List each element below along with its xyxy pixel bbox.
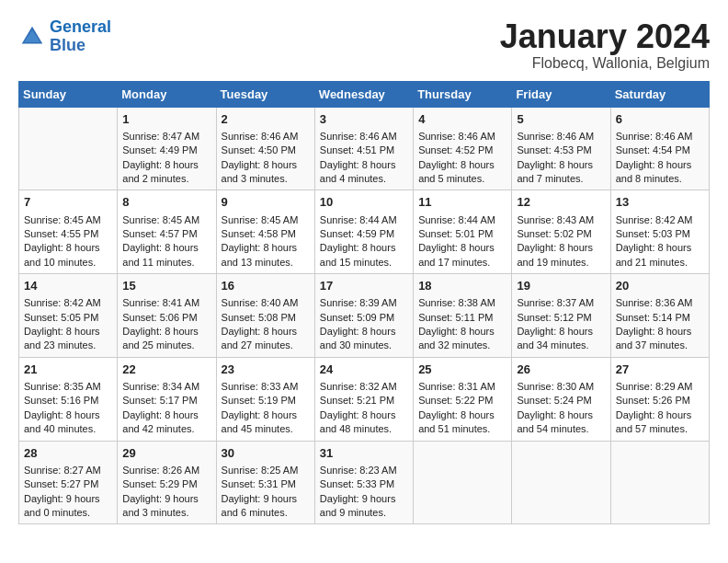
sunrise-text: Sunrise: 8:45 AM bbox=[222, 213, 310, 227]
calendar-cell: 10Sunrise: 8:44 AMSunset: 4:59 PMDayligh… bbox=[314, 190, 413, 274]
sunset-text: Sunset: 4:51 PM bbox=[320, 144, 408, 157]
logo: General Blue bbox=[18, 18, 111, 55]
sunrise-text: Sunrise: 8:35 AM bbox=[24, 380, 112, 394]
sunrise-text: Sunrise: 8:37 AM bbox=[517, 296, 605, 310]
sunrise-text: Sunrise: 8:42 AM bbox=[616, 213, 704, 227]
calendar-cell: 16Sunrise: 8:40 AMSunset: 5:08 PMDayligh… bbox=[216, 274, 314, 358]
sunrise-text: Sunrise: 8:27 AM bbox=[24, 464, 112, 477]
sunset-text: Sunset: 4:53 PM bbox=[517, 144, 605, 157]
sunrise-text: Sunrise: 8:26 AM bbox=[122, 464, 210, 477]
daylight-text: Daylight: 8 hours and 54 minutes. bbox=[517, 408, 605, 437]
day-number: 21 bbox=[24, 362, 112, 378]
sunrise-text: Sunrise: 8:23 AM bbox=[320, 464, 408, 477]
calendar-cell: 18Sunrise: 8:38 AMSunset: 5:11 PMDayligh… bbox=[414, 274, 512, 358]
sunset-text: Sunset: 4:57 PM bbox=[122, 227, 210, 241]
daylight-text: Daylight: 8 hours and 45 minutes. bbox=[222, 408, 310, 437]
sunset-text: Sunset: 5:29 PM bbox=[122, 477, 210, 491]
header-cell-tuesday: Tuesday bbox=[216, 81, 314, 107]
day-number: 20 bbox=[616, 278, 704, 294]
day-number: 29 bbox=[122, 445, 210, 462]
calendar-table: SundayMondayTuesdayWednesdayThursdayFrid… bbox=[18, 81, 710, 525]
day-number: 25 bbox=[418, 362, 506, 378]
calendar-cell: 23Sunrise: 8:33 AMSunset: 5:19 PMDayligh… bbox=[216, 357, 314, 441]
logo-blue: Blue bbox=[50, 36, 85, 54]
day-number: 18 bbox=[418, 278, 506, 294]
calendar-cell: 14Sunrise: 8:42 AMSunset: 5:05 PMDayligh… bbox=[19, 274, 118, 358]
daylight-text: Daylight: 8 hours and 21 minutes. bbox=[616, 241, 704, 270]
sunset-text: Sunset: 5:31 PM bbox=[222, 477, 310, 491]
daylight-text: Daylight: 9 hours and 6 minutes. bbox=[222, 492, 310, 521]
sunset-text: Sunset: 5:22 PM bbox=[418, 394, 506, 408]
day-number: 13 bbox=[616, 194, 704, 211]
day-number: 19 bbox=[517, 278, 605, 294]
day-number: 10 bbox=[320, 194, 408, 211]
calendar-cell: 25Sunrise: 8:31 AMSunset: 5:22 PMDayligh… bbox=[414, 357, 512, 441]
daylight-text: Daylight: 8 hours and 3 minutes. bbox=[222, 158, 310, 187]
daylight-text: Daylight: 8 hours and 37 minutes. bbox=[616, 325, 704, 353]
calendar-cell: 19Sunrise: 8:37 AMSunset: 5:12 PMDayligh… bbox=[512, 274, 610, 358]
calendar-cell: 7Sunrise: 8:45 AMSunset: 4:55 PMDaylight… bbox=[19, 190, 118, 274]
sunset-text: Sunset: 4:58 PM bbox=[222, 227, 310, 241]
sunrise-text: Sunrise: 8:39 AM bbox=[320, 296, 408, 310]
day-number: 30 bbox=[222, 445, 310, 462]
daylight-text: Daylight: 8 hours and 32 minutes. bbox=[418, 325, 506, 353]
sunrise-text: Sunrise: 8:43 AM bbox=[517, 213, 605, 227]
calendar-cell: 21Sunrise: 8:35 AMSunset: 5:16 PMDayligh… bbox=[19, 357, 118, 441]
calendar-row: 7Sunrise: 8:45 AMSunset: 4:55 PMDaylight… bbox=[19, 190, 710, 274]
sunset-text: Sunset: 4:49 PM bbox=[122, 144, 210, 157]
sunset-text: Sunset: 5:01 PM bbox=[418, 227, 506, 241]
sunset-text: Sunset: 5:19 PM bbox=[222, 394, 310, 408]
day-number: 9 bbox=[222, 194, 310, 211]
daylight-text: Daylight: 9 hours and 3 minutes. bbox=[122, 492, 210, 521]
calendar-cell: 6Sunrise: 8:46 AMSunset: 4:54 PMDaylight… bbox=[610, 107, 709, 190]
day-number: 17 bbox=[320, 278, 408, 294]
header-cell-saturday: Saturday bbox=[610, 81, 709, 107]
daylight-text: Daylight: 8 hours and 15 minutes. bbox=[320, 241, 408, 270]
day-number: 31 bbox=[320, 445, 408, 462]
calendar-cell bbox=[19, 107, 118, 190]
sunrise-text: Sunrise: 8:46 AM bbox=[222, 130, 310, 144]
sunset-text: Sunset: 4:54 PM bbox=[616, 144, 704, 157]
day-number: 12 bbox=[517, 194, 605, 211]
calendar-row: 28Sunrise: 8:27 AMSunset: 5:27 PMDayligh… bbox=[19, 441, 710, 524]
sunrise-text: Sunrise: 8:34 AM bbox=[122, 380, 210, 394]
calendar-cell bbox=[512, 441, 610, 524]
calendar-body: 1Sunrise: 8:47 AMSunset: 4:49 PMDaylight… bbox=[19, 107, 710, 524]
sunset-text: Sunset: 4:55 PM bbox=[24, 227, 112, 241]
sunrise-text: Sunrise: 8:25 AM bbox=[222, 464, 310, 477]
day-number: 8 bbox=[122, 194, 210, 211]
sunset-text: Sunset: 5:27 PM bbox=[24, 477, 112, 491]
header-cell-thursday: Thursday bbox=[414, 81, 512, 107]
calendar-cell: 22Sunrise: 8:34 AMSunset: 5:17 PMDayligh… bbox=[118, 357, 216, 441]
header-cell-monday: Monday bbox=[118, 81, 216, 107]
calendar-row: 1Sunrise: 8:47 AMSunset: 4:49 PMDaylight… bbox=[19, 107, 710, 190]
daylight-text: Daylight: 8 hours and 11 minutes. bbox=[122, 241, 210, 270]
calendar-row: 21Sunrise: 8:35 AMSunset: 5:16 PMDayligh… bbox=[19, 357, 710, 441]
daylight-text: Daylight: 9 hours and 9 minutes. bbox=[320, 492, 408, 521]
sunrise-text: Sunrise: 8:29 AM bbox=[616, 380, 704, 394]
calendar-cell: 29Sunrise: 8:26 AMSunset: 5:29 PMDayligh… bbox=[118, 441, 216, 524]
page-header: General Blue January 2024 Flobecq, Wallo… bbox=[18, 18, 710, 72]
calendar-cell: 3Sunrise: 8:46 AMSunset: 4:51 PMDaylight… bbox=[314, 107, 413, 190]
daylight-text: Daylight: 8 hours and 23 minutes. bbox=[24, 325, 112, 353]
sunrise-text: Sunrise: 8:32 AM bbox=[320, 380, 408, 394]
sunrise-text: Sunrise: 8:33 AM bbox=[222, 380, 310, 394]
header-cell-friday: Friday bbox=[512, 81, 610, 107]
daylight-text: Daylight: 8 hours and 4 minutes. bbox=[320, 158, 408, 187]
sunset-text: Sunset: 5:03 PM bbox=[616, 227, 704, 241]
daylight-text: Daylight: 8 hours and 25 minutes. bbox=[122, 325, 210, 353]
calendar-cell: 11Sunrise: 8:44 AMSunset: 5:01 PMDayligh… bbox=[414, 190, 512, 274]
daylight-text: Daylight: 8 hours and 51 minutes. bbox=[418, 408, 506, 437]
calendar-header: SundayMondayTuesdayWednesdayThursdayFrid… bbox=[19, 81, 710, 107]
header-row: SundayMondayTuesdayWednesdayThursdayFrid… bbox=[19, 81, 710, 107]
daylight-text: Daylight: 8 hours and 8 minutes. bbox=[616, 158, 704, 187]
header-cell-sunday: Sunday bbox=[19, 81, 118, 107]
sunset-text: Sunset: 5:33 PM bbox=[320, 477, 408, 491]
day-number: 14 bbox=[24, 278, 112, 294]
sunset-text: Sunset: 5:21 PM bbox=[320, 394, 408, 408]
day-number: 16 bbox=[222, 278, 310, 294]
title-block: January 2024 Flobecq, Wallonia, Belgium bbox=[500, 18, 710, 72]
calendar-cell: 30Sunrise: 8:25 AMSunset: 5:31 PMDayligh… bbox=[216, 441, 314, 524]
day-number: 4 bbox=[418, 111, 506, 128]
sunset-text: Sunset: 5:08 PM bbox=[222, 311, 310, 325]
